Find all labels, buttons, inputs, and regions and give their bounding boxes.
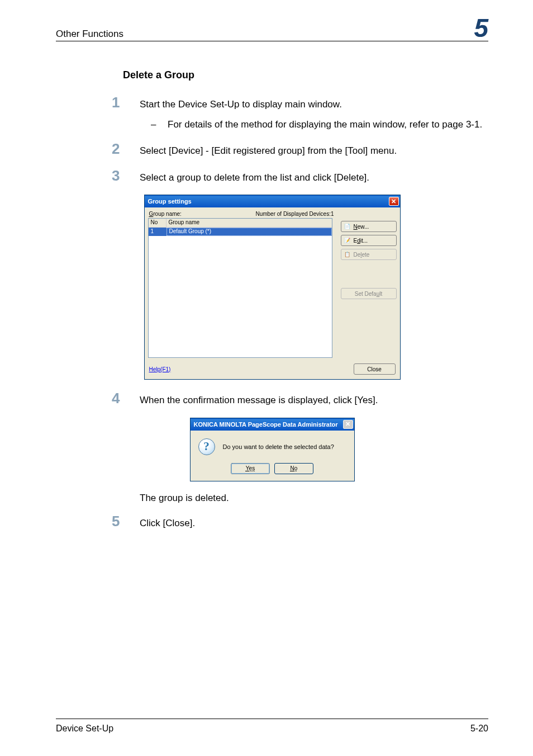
yes-button[interactable]: Yes bbox=[231, 463, 270, 474]
group-table[interactable]: No Group name 1 Default Group (*) bbox=[148, 218, 332, 358]
help-link[interactable]: Help(F1) bbox=[149, 366, 171, 372]
table-row[interactable]: 1 Default Group (*) bbox=[149, 228, 332, 236]
close-button[interactable]: Close bbox=[354, 363, 396, 375]
delete-icon: 📋 bbox=[344, 251, 351, 258]
question-icon: ? bbox=[198, 438, 215, 455]
group-settings-window: Group settings ✕ Group name: Number of D… bbox=[144, 195, 401, 380]
cell-no: 1 bbox=[149, 228, 166, 236]
step-5: 5 Click [Close]. bbox=[112, 514, 488, 531]
no-button[interactable]: No bbox=[274, 463, 313, 474]
close-icon[interactable]: ✕ bbox=[389, 197, 399, 206]
new-icon: 📄 bbox=[344, 223, 351, 230]
cell-name: Default Group (*) bbox=[166, 228, 332, 236]
step-text: When the confirmation message is display… bbox=[140, 391, 378, 408]
col-name: Group name bbox=[166, 219, 332, 227]
page-header: Other Functions 5 bbox=[56, 17, 488, 41]
edit-icon: 📝 bbox=[344, 237, 351, 244]
step-number: 4 bbox=[112, 391, 140, 408]
dialog-titlebar: KONICA MINOLTA PageScope Data Administra… bbox=[191, 418, 354, 431]
footer-right: 5-20 bbox=[470, 724, 488, 734]
step-main-text: Start the Device Set-Up to display main … bbox=[140, 99, 342, 110]
new-button[interactable]: 📄 New... bbox=[341, 221, 397, 232]
window-left-pane: Group name: Number of Displayed Devices:… bbox=[148, 211, 335, 358]
step-text: Select [Device] - [Edit registered group… bbox=[140, 141, 397, 158]
window-footer: Help(F1) Close bbox=[145, 361, 400, 379]
step-number: 3 bbox=[112, 168, 140, 185]
dialog-body: ? Do you want to delete the selected dat… bbox=[191, 431, 354, 460]
dialog-buttons: Yes No bbox=[191, 460, 354, 481]
step-number: 5 bbox=[112, 514, 140, 531]
set-default-button[interactable]: Set Default bbox=[341, 288, 397, 299]
step-4: 4 When the confirmation message is displ… bbox=[112, 391, 488, 408]
delete-button[interactable]: 📋 Delete bbox=[341, 249, 397, 260]
step-text: Click [Close]. bbox=[140, 514, 195, 531]
edit-button[interactable]: 📝 Edit... bbox=[341, 235, 397, 246]
sub-item: – For details of the method for displayi… bbox=[151, 117, 482, 132]
section-title: Delete a Group bbox=[123, 69, 488, 81]
spacer bbox=[341, 263, 397, 288]
window-title: Group settings bbox=[148, 198, 192, 205]
step-text: Select a group to delete from the list a… bbox=[140, 168, 369, 185]
result-text: The group is deleted. bbox=[140, 493, 488, 504]
step-2: 2 Select [Device] - [Edit registered gro… bbox=[112, 141, 488, 158]
header-title: Other Functions bbox=[56, 29, 123, 40]
window-body: Group name: Number of Displayed Devices:… bbox=[145, 207, 400, 361]
num-devices-label: Number of Displayed Devices:1 bbox=[255, 211, 334, 217]
window-titlebar: Group settings ✕ bbox=[145, 195, 400, 207]
dash-bullet: – bbox=[151, 117, 168, 132]
footer-left: Device Set-Up bbox=[56, 724, 113, 734]
close-icon[interactable]: ✕ bbox=[343, 420, 353, 429]
sub-text: For details of the method for displaying… bbox=[168, 117, 482, 132]
col-no: No bbox=[149, 219, 166, 227]
dialog-message: Do you want to delete the selected data? bbox=[223, 443, 334, 450]
confirmation-dialog: KONICA MINOLTA PageScope Data Administra… bbox=[190, 418, 355, 481]
window-labels: Group name: Number of Displayed Devices:… bbox=[148, 211, 335, 218]
table-header: No Group name bbox=[149, 219, 332, 228]
step-number: 2 bbox=[112, 141, 140, 158]
window-right-pane: 📄 New... 📝 Edit... 📋 Delete Set Default bbox=[335, 211, 397, 358]
step-number: 1 bbox=[112, 95, 140, 131]
step-3: 3 Select a group to delete from the list… bbox=[112, 168, 488, 185]
step-1: 1 Start the Device Set-Up to display mai… bbox=[112, 95, 488, 131]
group-name-label: Group name: bbox=[149, 211, 182, 217]
dialog-title: KONICA MINOLTA PageScope Data Administra… bbox=[194, 421, 338, 428]
page-footer: Device Set-Up 5-20 bbox=[56, 719, 488, 734]
step-text: Start the Device Set-Up to display main … bbox=[140, 95, 482, 131]
chapter-number: 5 bbox=[474, 17, 488, 40]
